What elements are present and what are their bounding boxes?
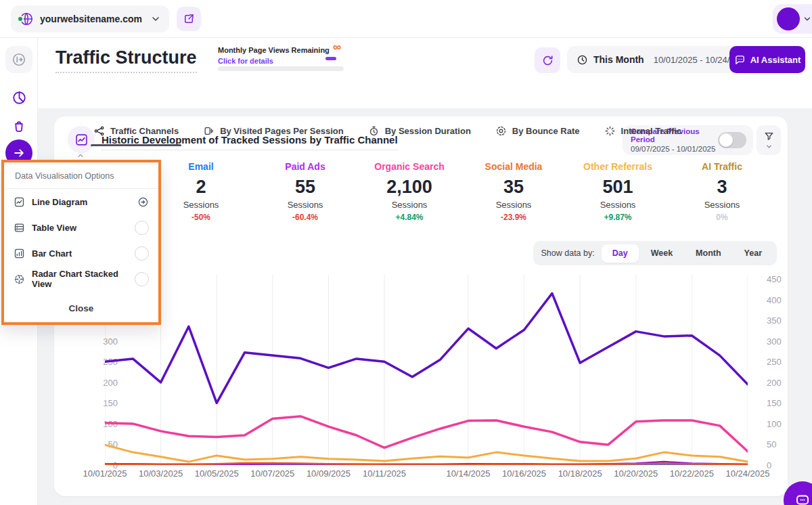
channel-stat-social-media[interactable]: Social Media35Sessions-23.9% (461, 161, 566, 222)
option-label: Table View (32, 223, 128, 233)
channel-stat-email[interactable]: Email2Sessions-50% (149, 161, 253, 222)
top-bar: yourwebsitename.com (0, 0, 812, 38)
stat-value: 501 (566, 177, 670, 198)
y-tick-label: 100 (767, 419, 794, 429)
radio-unselected[interactable] (135, 221, 149, 235)
tab-label: By Bounce Rate (512, 126, 580, 136)
stat-unit: Sessions (461, 200, 566, 210)
total-sessions-line[interactable] (105, 293, 748, 403)
status-dot (17, 16, 24, 22)
chevron-down-icon (803, 14, 812, 24)
organic-search-line[interactable] (105, 416, 748, 452)
stat-channel-label: Organic Search (357, 161, 461, 172)
refresh-icon (541, 54, 554, 67)
page-header: Traffic Structure Monthly Page Views Rem… (38, 38, 812, 108)
option-label: Line Diagram (32, 197, 131, 207)
pages-icon (203, 125, 215, 137)
granularity-day[interactable]: Day (602, 244, 639, 263)
target-icon (495, 125, 507, 137)
x-tick-label: 10/05/2025 (186, 468, 247, 479)
x-tick-label: 10/16/2025 (494, 468, 555, 479)
tab-label: Traffic Channels (110, 126, 179, 136)
ai-assistant-button[interactable]: AI Assistant (729, 46, 805, 73)
tab-internal-traffic[interactable]: Internal Traffic (604, 123, 682, 146)
user-menu[interactable] (773, 4, 812, 34)
option-label: Bar Chart (32, 248, 128, 259)
sidebar-expand-button[interactable] (5, 46, 32, 73)
granularity-year[interactable]: Year (734, 244, 773, 263)
channel-stat-paid-ads[interactable]: Paid Ads55Sessions-60.4% (253, 161, 357, 222)
x-tick-label: 10/24/2025 (717, 468, 778, 479)
open-website-button[interactable] (177, 7, 201, 31)
tab-traffic-channels[interactable]: Traffic Channels (93, 123, 179, 146)
y-tick-label: 300 (767, 336, 794, 347)
message-icon (794, 492, 811, 505)
quota-details-link[interactable]: Click for details (218, 57, 273, 65)
ai-assistant-label: AI Assistant (750, 55, 801, 65)
channel-stat-other-referrals[interactable]: Other Referrals501Sessions+9.87% (566, 161, 670, 222)
option-bar-chart[interactable]: Bar Chart (4, 240, 158, 266)
compare-toggle[interactable] (718, 132, 746, 148)
radio-unselected[interactable] (135, 246, 149, 261)
x-tick-label: 10/22/2025 (661, 468, 722, 479)
granularity-month[interactable]: Month (685, 244, 731, 263)
tab-by-visited-pages-per-session[interactable]: By Visited Pages Per Session (203, 123, 344, 146)
quota-usage-indicator (325, 57, 336, 60)
x-tick-label: 10/20/2025 (606, 468, 667, 479)
toggle-knob (719, 133, 733, 147)
chart-type-button[interactable] (68, 126, 95, 153)
y-tick-label: 50 (767, 439, 794, 449)
page-title: Traffic Structure (55, 47, 197, 73)
sparkle-icon (604, 125, 616, 137)
option-table-view[interactable]: Table View (4, 215, 158, 240)
stat-value: 55 (253, 177, 357, 198)
show-data-by-label: Show data by: (541, 248, 595, 258)
x-tick-label: 10/07/2025 (242, 468, 303, 479)
panel-arrow-icon (12, 52, 26, 67)
stat-delta: +4.84% (357, 213, 461, 222)
table-icon (14, 222, 25, 234)
option-line-diagram[interactable]: Line Diagram (4, 189, 158, 215)
other-referrals-line[interactable] (105, 445, 748, 462)
line-chart-icon (74, 133, 89, 147)
x-tick-label: 10/09/2025 (298, 468, 359, 479)
channel-stat-organic-search[interactable]: Organic Search2,100Sessions+4.84% (357, 161, 461, 222)
bar-chart-icon (14, 248, 25, 259)
stat-channel-label: Social Media (461, 161, 566, 172)
x-tick-label: 10/03/2025 (131, 468, 191, 479)
option-label: Radar Chart Stacked View (32, 269, 128, 289)
stat-unit: Sessions (357, 200, 461, 210)
radio-unselected[interactable] (135, 272, 149, 286)
quota-block: Monthly Page Views Remaining Click for d… (218, 46, 351, 66)
stat-delta: -60.4% (253, 213, 357, 222)
quota-progress-bar (218, 66, 344, 71)
channel-stat-ai-traffic[interactable]: AI Traffic3Sessions0% (670, 161, 774, 222)
website-name: yourwebsitename.com (40, 14, 144, 24)
refresh-button[interactable] (535, 47, 560, 73)
stat-unit: Sessions (670, 200, 774, 210)
social-media-line[interactable] (105, 463, 748, 465)
stat-value: 2,100 (357, 177, 461, 198)
sidebar-item-shop[interactable] (5, 112, 32, 139)
sidebar-item-analytics[interactable] (5, 84, 32, 111)
tab-by-bounce-rate[interactable]: By Bounce Rate (495, 123, 580, 146)
chat-icon (734, 54, 746, 66)
radar-icon (14, 273, 25, 285)
filter-button[interactable] (757, 125, 781, 155)
x-tick-label: 10/18/2025 (549, 468, 610, 479)
popup-close-button[interactable]: Close (4, 296, 158, 320)
active-tab-underline (91, 144, 181, 146)
y-tick-label: 250 (767, 357, 794, 367)
option-radar-chart-stacked-view[interactable]: Radar Chart Stacked View (4, 266, 158, 292)
website-selector[interactable]: yourwebsitename.com (11, 5, 169, 32)
chart-plot[interactable] (105, 271, 748, 465)
stat-delta: -23.9% (461, 213, 566, 222)
globe-icon (19, 12, 34, 26)
clock-icon (577, 54, 588, 66)
y-tick-label: 200 (767, 378, 794, 388)
tab-by-session-duration[interactable]: By Session Duration (368, 123, 471, 146)
data-visualisation-options-popup: Data Visualisation Options Line DiagramT… (1, 160, 161, 325)
granularity-week[interactable]: Week (640, 244, 683, 263)
y-tick-label: 450 (767, 274, 794, 284)
granularity-switcher: Show data by: DayWeekMonthYear (533, 241, 777, 265)
